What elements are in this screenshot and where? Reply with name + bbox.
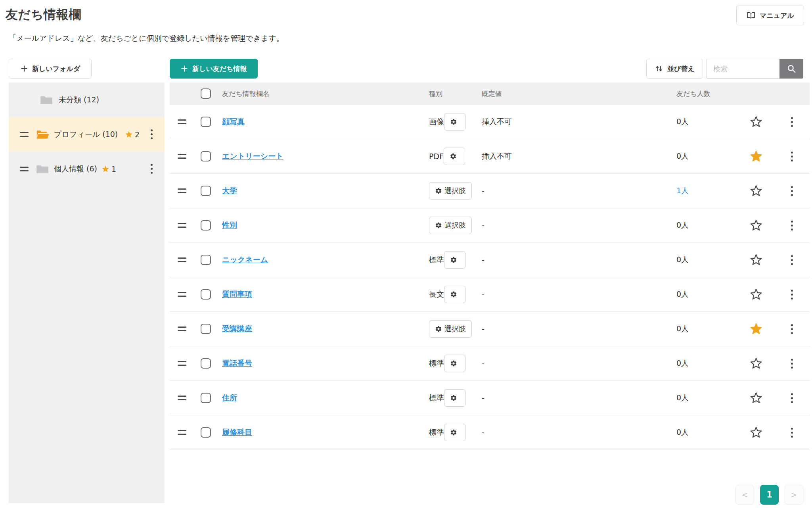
search-input[interactable] [707, 59, 779, 79]
field-name-link[interactable]: ニックネーム [222, 255, 268, 265]
row-checkbox[interactable] [201, 289, 211, 300]
choices-settings-badge[interactable] [444, 424, 465, 441]
kebab-menu-icon[interactable] [787, 324, 797, 334]
choices-settings-badge[interactable] [444, 355, 465, 372]
friend-count: 0人 [676, 220, 689, 231]
row-checkbox[interactable] [201, 151, 211, 161]
star-icon[interactable] [749, 288, 763, 301]
default-value: - [482, 394, 485, 402]
friend-fields-table: 友だち情報欄名 種別 既定値 友だち人数 顔写真 画像 挿入不可 0人 [170, 83, 810, 450]
pagination-page-1-button[interactable]: 1 [760, 485, 779, 505]
row-checkbox[interactable] [201, 358, 211, 369]
star-icon[interactable] [749, 322, 763, 336]
drag-handle-icon[interactable] [178, 223, 186, 228]
folder-label: 個人情報 (6) [54, 164, 97, 174]
choices-settings-badge[interactable] [444, 286, 465, 303]
default-value: 挿入不可 [482, 151, 512, 161]
gear-icon [435, 222, 442, 229]
field-name-link[interactable]: 受講講座 [222, 324, 252, 334]
choices-badge-label: 選択肢 [444, 324, 466, 334]
kebab-menu-icon[interactable] [787, 221, 797, 231]
choices-settings-badge[interactable]: 選択肢 [429, 217, 472, 234]
sidebar-item-personal-info[interactable]: 個人情報 (6) 1 [9, 152, 165, 186]
choices-settings-badge[interactable] [444, 113, 465, 131]
star-icon[interactable] [749, 357, 763, 370]
kebab-menu-icon[interactable] [146, 129, 157, 139]
star-icon[interactable] [749, 219, 763, 232]
kebab-menu-icon[interactable] [146, 164, 157, 174]
row-checkbox[interactable] [201, 427, 211, 438]
kebab-menu-icon[interactable] [787, 255, 797, 265]
sort-button[interactable]: 並び替え [646, 59, 703, 79]
drag-handle-icon[interactable] [178, 327, 186, 331]
drag-handle-icon[interactable] [20, 132, 29, 137]
field-name-link[interactable]: 大学 [222, 186, 237, 196]
row-checkbox[interactable] [201, 117, 211, 127]
field-name-link[interactable]: 電話番号 [222, 358, 252, 369]
drag-handle-icon[interactable] [178, 257, 186, 262]
drag-handle-icon[interactable] [178, 430, 186, 435]
search-button[interactable] [779, 59, 803, 79]
default-value: - [482, 186, 485, 195]
drag-handle-icon[interactable] [178, 396, 186, 400]
field-name-link[interactable]: 住所 [222, 393, 237, 403]
friend-count[interactable]: 1人 [676, 186, 689, 196]
friend-count: 0人 [676, 427, 689, 438]
choices-settings-badge[interactable] [444, 389, 465, 407]
drag-handle-icon[interactable] [178, 154, 186, 159]
choices-settings-badge[interactable]: 選択肢 [429, 182, 472, 200]
row-checkbox[interactable] [201, 186, 211, 196]
drag-handle-icon[interactable] [178, 361, 186, 366]
kebab-menu-icon[interactable] [787, 290, 797, 300]
table-row: ニックネーム 標準 - 0人 [170, 243, 810, 277]
row-checkbox[interactable] [201, 220, 211, 231]
select-all-checkbox[interactable] [201, 88, 211, 99]
kebab-menu-icon[interactable] [787, 428, 797, 438]
pagination-prev-button[interactable]: < [735, 485, 754, 505]
default-value: - [482, 290, 485, 299]
star-icon[interactable] [749, 184, 763, 198]
field-name-link[interactable]: エントリーシート [222, 151, 283, 161]
drag-handle-icon[interactable] [178, 292, 186, 297]
field-name-link[interactable]: 履修科目 [222, 427, 252, 438]
star-icon[interactable] [749, 426, 763, 439]
gear-icon [450, 118, 457, 125]
default-value: - [482, 428, 485, 437]
table-row: 受講講座 選択肢 - 0人 [170, 312, 810, 346]
kebab-menu-icon[interactable] [787, 393, 797, 403]
star-icon[interactable] [749, 253, 763, 267]
choices-settings-badge[interactable]: 選択肢 [429, 320, 472, 338]
star-icon[interactable] [749, 391, 763, 405]
kebab-menu-icon[interactable] [787, 359, 797, 369]
sidebar-item-unclassified[interactable]: 未分類 (12) [9, 83, 165, 117]
field-name-link[interactable]: 顔写真 [222, 117, 245, 127]
star-icon[interactable] [749, 115, 763, 129]
friend-count: 0人 [676, 255, 689, 265]
folder-label: プロフィール (10) [54, 129, 121, 140]
field-name-link[interactable]: 性別 [222, 220, 237, 231]
drag-handle-icon[interactable] [20, 167, 29, 171]
row-checkbox[interactable] [201, 324, 211, 334]
pagination-next-button[interactable]: > [785, 485, 803, 505]
field-type-label: 長文 [429, 289, 444, 300]
star-icon [124, 130, 133, 139]
star-icon[interactable] [749, 150, 763, 163]
choices-settings-badge[interactable] [444, 251, 465, 269]
friend-info-page: 友だち情報欄 「メールアドレス」など、友だちごとに個別で登録したい情報を管理でき… [0, 0, 812, 511]
new-folder-button[interactable]: 新しいフォルダ [9, 59, 92, 79]
kebab-menu-icon[interactable] [787, 117, 797, 127]
sidebar-item-profile[interactable]: プロフィール (10) 2 [9, 117, 165, 152]
table-row: エントリーシート PDF 挿入不可 0人 [170, 139, 810, 174]
new-friend-field-button[interactable]: 新しい友だち情報 [170, 59, 258, 79]
drag-handle-icon[interactable] [178, 119, 186, 124]
row-checkbox[interactable] [201, 393, 211, 403]
choices-settings-badge[interactable] [444, 148, 465, 165]
drag-handle-icon[interactable] [178, 188, 186, 193]
kebab-menu-icon[interactable] [787, 152, 797, 161]
row-checkbox[interactable] [201, 255, 211, 265]
field-name-link[interactable]: 質問事項 [222, 289, 252, 300]
manual-button[interactable]: マニュアル [736, 6, 804, 25]
table-row: 質問事項 長文 - 0人 [170, 277, 810, 312]
table-header: 友だち情報欄名 種別 既定値 友だち人数 [170, 83, 810, 105]
kebab-menu-icon[interactable] [787, 186, 797, 196]
